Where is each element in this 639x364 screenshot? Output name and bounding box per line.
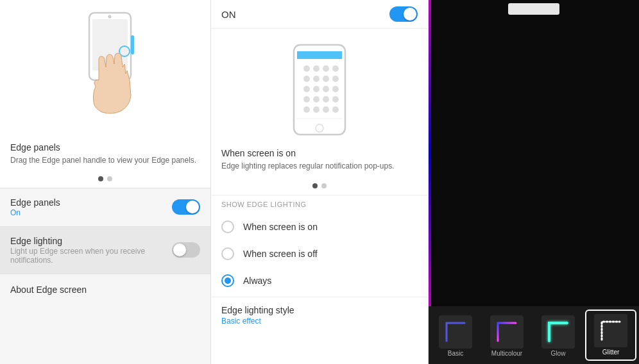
edge-panels-menu-sub: On: [10, 208, 60, 217]
svg-point-17: [323, 86, 329, 92]
edge-lighting-toggle[interactable]: [172, 242, 200, 258]
svg-point-8: [313, 65, 320, 72]
edge-style-title: Edge lighting style: [221, 305, 418, 315]
on-toggle-knob: [404, 8, 416, 21]
svg-point-21: [323, 96, 329, 103]
screen-on-desc: Edge lighting replaces regular notificat…: [221, 161, 418, 172]
radio-label-always: Always: [243, 276, 271, 286]
illustration-area: [0, 0, 210, 135]
svg-point-9: [323, 65, 329, 72]
style-label-multicolour: Multicolour: [491, 350, 522, 357]
edge-panels-description: Edge panels Drag the Edge panel handle t…: [0, 135, 210, 171]
right-panel: Basic Multicolour: [429, 0, 639, 364]
hand-phone-illustration: [60, 10, 150, 125]
svg-point-26: [332, 106, 339, 113]
radio-circle-always: [221, 274, 234, 287]
dot-2: [107, 176, 112, 181]
glow-icon: [545, 319, 571, 345]
on-toggle[interactable]: [389, 6, 418, 22]
style-preview-basic: [439, 315, 472, 349]
svg-point-24: [313, 106, 320, 113]
radio-inner-always: [225, 277, 231, 284]
svg-point-13: [323, 76, 329, 82]
svg-point-20: [313, 96, 320, 103]
svg-point-14: [332, 76, 339, 82]
edge-lighting-menu-title: Edge lighting: [10, 236, 172, 246]
radio-circle-screen-on: [221, 220, 234, 233]
middle-header: ON: [211, 0, 428, 29]
svg-point-22: [332, 96, 339, 103]
style-preview-glitter: [594, 314, 627, 347]
style-preview-multicolour: [490, 315, 524, 349]
style-option-multicolour[interactable]: Multicolour: [482, 310, 531, 361]
svg-point-25: [323, 106, 329, 113]
glitter-icon: [598, 318, 624, 343]
phone-edge-effect: [429, 0, 431, 306]
middle-panel: ON: [210, 0, 429, 364]
edge-style-link[interactable]: Basic effect: [221, 317, 418, 326]
dot-mid-1: [312, 183, 318, 188]
svg-point-11: [303, 76, 310, 82]
phone-illustration-middle: [211, 29, 428, 148]
phone-svg: [291, 42, 348, 138]
svg-rect-6: [297, 51, 342, 59]
style-option-glitter[interactable]: Glitter: [585, 310, 636, 361]
svg-rect-3: [131, 35, 134, 54]
show-edge-lighting-label: SHOW EDGE LIGHTING: [211, 195, 428, 213]
carousel-dots-middle: [211, 179, 428, 195]
svg-point-15: [303, 86, 310, 92]
radio-label-screen-off: When screen is off: [243, 249, 318, 259]
style-preview-glow: [541, 315, 575, 349]
edge-panels-desc-text: Drag the Edge panel handle to view your …: [10, 155, 200, 166]
about-edge-screen-item[interactable]: About Edge screen: [0, 274, 210, 305]
multicolour-icon: [494, 319, 520, 345]
svg-point-7: [303, 65, 310, 72]
phone-screen-dark: [429, 0, 639, 306]
status-bar: [508, 3, 559, 15]
style-label-glow: Glow: [551, 350, 566, 357]
svg-point-12: [313, 76, 320, 82]
carousel-dots: [0, 171, 210, 188]
edge-lighting-menu-sub: Light up Edge screen when you receive no…: [10, 247, 172, 265]
style-label-glitter: Glitter: [602, 349, 620, 356]
svg-point-10: [332, 65, 339, 72]
svg-point-16: [313, 86, 320, 92]
svg-point-28: [316, 124, 323, 132]
menu-item-edge-lighting[interactable]: Edge lighting Light up Edge screen when …: [0, 227, 210, 274]
toggle-knob: [186, 201, 199, 213]
svg-point-19: [303, 96, 310, 103]
svg-point-2: [108, 15, 112, 19]
edge-style-section: Edge lighting style Basic effect: [211, 297, 428, 328]
style-option-glow[interactable]: Glow: [534, 310, 583, 361]
style-options-shelf: Basic Multicolour: [429, 306, 639, 364]
screen-on-section: When screen is on Edge lighting replaces…: [211, 148, 428, 179]
dot-1: [98, 176, 103, 181]
screen-on-title: When screen is on: [221, 148, 418, 158]
edge-panels-toggle[interactable]: [172, 199, 200, 215]
left-panel: Edge panels Drag the Edge panel handle t…: [0, 0, 210, 364]
on-label: ON: [221, 9, 236, 20]
style-option-basic[interactable]: Basic: [431, 310, 480, 361]
toggle-knob-lighting: [173, 244, 186, 256]
radio-always[interactable]: Always: [211, 267, 428, 294]
radio-label-screen-on: When screen is on: [243, 222, 318, 232]
radio-screen-on[interactable]: When screen is on: [211, 213, 428, 240]
edge-panels-menu-title: Edge panels: [10, 197, 60, 208]
svg-point-18: [332, 86, 339, 92]
radio-screen-off[interactable]: When screen is off: [211, 240, 428, 267]
svg-point-23: [303, 106, 310, 113]
radio-circle-screen-off: [221, 247, 234, 260]
menu-item-edge-panels[interactable]: Edge panels On: [0, 188, 210, 226]
about-edge-title: About Edge screen: [10, 285, 200, 295]
edge-panels-title: Edge panels: [10, 142, 200, 153]
style-label-basic: Basic: [448, 350, 463, 357]
dot-mid-2: [321, 183, 327, 188]
basic-icon: [443, 319, 468, 345]
